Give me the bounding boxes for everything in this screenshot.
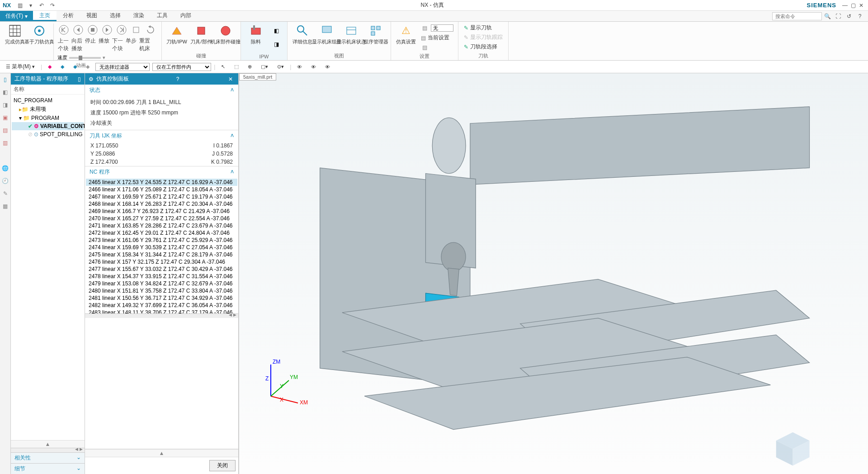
tab-analyze[interactable]: 分析: [57, 11, 80, 21]
speed-slider[interactable]: [69, 57, 101, 59]
vis-icon-2[interactable]: 👁: [308, 62, 319, 72]
selection-filter-select[interactable]: 无选择过滤器: [95, 63, 150, 71]
nc-line[interactable]: 2475 linear X 158.34 Y 31.344 Z 172.47 C…: [86, 251, 237, 258]
filter-icon-2[interactable]: ◆: [57, 62, 67, 72]
rb-extra-icon[interactable]: ▦: [1, 202, 10, 211]
toolpath-segment-select-button[interactable]: ✎刀轨段选择: [463, 43, 498, 51]
settings-extra-icon[interactable]: ▤: [420, 43, 429, 52]
nc-line[interactable]: 2478 linear X 154.37 Y 33.915 Z 172.47 C…: [86, 273, 237, 280]
new-icon[interactable]: ▥: [15, 1, 24, 10]
menu-dropdown[interactable]: ☰ 菜单(M) ▾: [3, 62, 38, 72]
nc-line[interactable]: 2468 linear X 168.14 Y 26.283 Z 172.47 C…: [86, 200, 237, 208]
panel-help-icon[interactable]: ?: [175, 76, 181, 82]
reset-icon[interactable]: ↺: [844, 12, 854, 21]
single-step-button[interactable]: [130, 24, 142, 36]
rb-mfg-icon[interactable]: ▤: [1, 126, 10, 135]
reset-machine-button[interactable]: [144, 24, 157, 36]
nc-line[interactable]: 2473 linear X 161.06 Y 29.761 Z 172.47 C…: [86, 237, 237, 244]
nc-line[interactable]: 2474 linear X 159.69 Y 30.539 Z 172.47 C…: [86, 244, 237, 251]
settings-preset-icon[interactable]: ▤: [420, 24, 429, 33]
play-back-button[interactable]: [72, 24, 85, 36]
tree-variable-contour[interactable]: ✔⚙VARIABLE_CONTO...: [12, 122, 84, 130]
nc-line[interactable]: 2482 linear X 149.32 Y 37.699 Z 172.47 C…: [86, 302, 237, 309]
tab-select[interactable]: 选择: [104, 11, 127, 21]
navigator-column-header[interactable]: 名称: [11, 85, 85, 95]
show-components-button[interactable]: 显示机床组件: [316, 24, 337, 44]
section-status-header[interactable]: 状态ʌ: [85, 85, 238, 96]
command-search-input[interactable]: [772, 12, 822, 20]
stop-button[interactable]: [86, 24, 99, 36]
restore-button[interactable]: ▢: [849, 2, 857, 9]
tool-icon-4[interactable]: ▢▾: [258, 62, 271, 72]
nc-line[interactable]: 2470 linear X 165.27 Y 27.59 Z 172.47 C …: [86, 215, 237, 222]
navigator-pin-icon[interactable]: ▯: [78, 76, 81, 82]
rb-web-icon[interactable]: 🌐: [1, 164, 10, 173]
section-detail[interactable]: 细节⌄: [11, 463, 85, 474]
section-relevance[interactable]: 相关性⌄: [11, 452, 85, 463]
close-button[interactable]: 关闭: [209, 460, 236, 471]
rb-navigator-icon[interactable]: ▯: [1, 75, 10, 84]
nc-line[interactable]: 2466 linear X 171.06 Y 25.089 Z 172.47 C…: [86, 186, 237, 193]
tool-icon-1[interactable]: ↖: [218, 62, 228, 72]
ipw-opt1-icon[interactable]: ◧: [270, 24, 283, 37]
tree-unused[interactable]: ▸📁未用项: [12, 104, 84, 114]
rb-reuse-icon[interactable]: ▥: [1, 138, 10, 147]
rb-part-icon[interactable]: ◧: [1, 88, 10, 97]
tab-view[interactable]: 视图: [80, 11, 104, 21]
graphics-viewport[interactable]: 5axis_mill.prt: [239, 73, 868, 474]
search-icon[interactable]: 🔍: [823, 12, 832, 21]
nc-line[interactable]: 2481 linear X 150.56 Y 36.717 Z 172.47 C…: [86, 294, 237, 302]
navigator-hscroll[interactable]: [11, 448, 85, 452]
tree-nc-program[interactable]: NC_PROGRAM: [12, 96, 84, 104]
nc-line[interactable]: 2465 linear X 172.53 Y 24.535 Z 172.47 C…: [86, 179, 237, 186]
rb-tools-icon[interactable]: ▣: [1, 113, 10, 122]
minimize-button[interactable]: —: [841, 2, 849, 9]
sim-settings-button[interactable]: ⚠仿真设置: [396, 24, 416, 44]
ipw-opt2-icon[interactable]: ◨: [270, 38, 283, 51]
nc-line[interactable]: 2467 linear X 169.59 Y 25.671 Z 172.47 C…: [86, 193, 237, 200]
nc-line[interactable]: 2480 linear X 151.81 Y 35.758 Z 172.47 C…: [86, 287, 237, 294]
nc-line[interactable]: 2469 linear X 166.7 Y 26.923 Z 172.47 C …: [86, 208, 237, 215]
tool-icon-3[interactable]: ⊕: [245, 62, 255, 72]
nc-line[interactable]: 2471 linear X 163.85 Y 28.286 Z 172.47 C…: [86, 222, 237, 229]
nc-line[interactable]: 2483 linear X 148.11 Y 38.706 Z 172.47 C…: [86, 309, 237, 313]
nc-line[interactable]: 2476 linear X 157 Y 32.175 Z 172.47 C 29…: [86, 258, 237, 265]
panel-collapse[interactable]: ▲: [85, 449, 238, 457]
tool-part-button[interactable]: 刀具/部件: [191, 24, 212, 44]
scope-filter-select[interactable]: 仅在工作部件内: [152, 63, 211, 71]
tab-home[interactable]: 主页: [33, 11, 57, 21]
tab-internal[interactable]: 内部: [174, 11, 198, 21]
task-menu[interactable]: 任务(T) ▾: [0, 11, 33, 21]
tab-tools[interactable]: 工具: [151, 11, 174, 21]
show-toolpath-button[interactable]: ✎显示刀轨: [463, 24, 493, 32]
nc-program-list[interactable]: 2465 linear X 172.53 Y 24.535 Z 172.47 C…: [85, 178, 238, 313]
tool-icon-2[interactable]: ⬚: [231, 62, 242, 72]
rb-assembly-icon[interactable]: ◨: [1, 100, 10, 109]
finish-sim-button[interactable]: 完成仿真: [5, 24, 25, 44]
current-settings-button[interactable]: ▤当前设置: [420, 33, 450, 42]
section-nc-header[interactable]: NC 程序ʌ: [85, 166, 238, 178]
material-removal-button[interactable]: 除料: [245, 24, 266, 44]
play-button[interactable]: [101, 24, 113, 36]
vis-icon-3[interactable]: 👁: [322, 62, 333, 72]
program-manager-button[interactable]: 程序管理器: [365, 24, 386, 44]
navigator-collapse[interactable]: ▲: [11, 440, 85, 448]
tab-render[interactable]: 渲染: [127, 11, 151, 21]
view-cube-icon[interactable]: [776, 432, 810, 466]
next-block-button[interactable]: [115, 24, 128, 36]
quick-dropdown-icon[interactable]: ▾: [26, 1, 35, 10]
rb-roles-icon[interactable]: ✎: [1, 189, 10, 198]
panel-close-icon[interactable]: ✕: [226, 76, 235, 82]
detail-info-button[interactable]: 详细信息: [292, 24, 313, 44]
filter-icon-1[interactable]: ◆: [45, 62, 55, 72]
prev-block-button[interactable]: [57, 24, 70, 36]
show-machine-status-button[interactable]: 显示机床状态: [341, 24, 362, 44]
machine-collision-button[interactable]: 机床部件碰撞: [215, 24, 236, 44]
close-button[interactable]: ✕: [857, 2, 865, 9]
nc-line[interactable]: 2472 linear X 162.45 Y 29.01 Z 172.47 C …: [86, 229, 237, 237]
show-toolpath-track-button[interactable]: ✎显示刀轨跟踪: [463, 33, 504, 42]
viewport-tab[interactable]: 5axis_mill.prt: [239, 73, 276, 81]
rb-history-icon[interactable]: 🕘: [1, 176, 10, 185]
tree-spot-drilling[interactable]: ⊘⊙SPOT_DRILLING: [12, 130, 84, 138]
toolpath-ipw-button[interactable]: 刀轨/IPW: [166, 24, 187, 44]
